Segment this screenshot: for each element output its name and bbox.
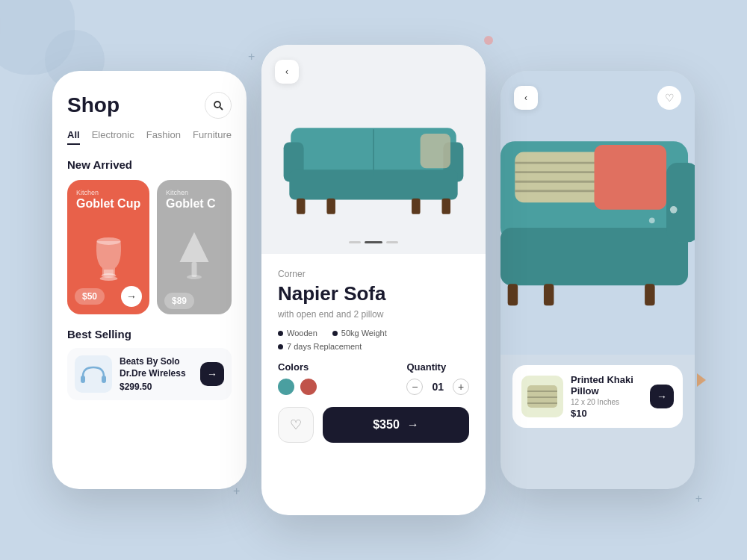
- svg-rect-10: [102, 376, 106, 383]
- svg-rect-30: [508, 284, 518, 305]
- goblet-image: [86, 225, 131, 284]
- svg-point-33: [670, 206, 678, 214]
- card1-arrow-btn[interactable]: →: [121, 286, 142, 307]
- card2-price: $89: [164, 293, 194, 309]
- p2-product-name: Napier Sofa: [278, 282, 469, 305]
- card1-name: Goblet Cup: [76, 196, 140, 211]
- search-button[interactable]: [205, 92, 232, 119]
- best-selling-item[interactable]: Beats By Solo Dr.Dre Wireless $299.50 →: [67, 348, 232, 400]
- p2-subtitle: Corner: [278, 269, 469, 279]
- qty-plus-btn[interactable]: +: [453, 379, 469, 395]
- phones-wrapper: Shop All Electronic Fashion Furniture Ne…: [0, 0, 747, 560]
- feature-wooden: Wooden: [278, 329, 317, 337]
- svg-rect-31: [544, 284, 554, 305]
- p1-tabs: All Electronic Fashion Furniture: [67, 129, 232, 145]
- card1-category: Kitchen: [76, 189, 99, 196]
- best-item-price: $299.50: [120, 382, 193, 392]
- lamp-image: [174, 228, 215, 284]
- best-item-name: Beats By Solo Dr.Dre Wireless: [120, 356, 193, 379]
- p3-favorite-button[interactable]: ♡: [657, 86, 681, 110]
- p3-image-area: ‹ ♡: [500, 71, 695, 355]
- product-card-goblet[interactable]: Kitchen Goblet Cup $50 →: [67, 180, 149, 314]
- best-selling-title: Best Selling: [67, 328, 232, 340]
- pillow-card[interactable]: Printed Khaki Pillow 12 x 20 Inches $10 …: [512, 365, 683, 428]
- svg-point-8: [187, 275, 202, 279]
- p1-header: Shop: [67, 92, 232, 119]
- p2-buy-price: $350: [373, 418, 400, 432]
- p3-content: Printed Khaki Pillow 12 x 20 Inches $10 …: [500, 355, 695, 440]
- pillow-arrow-btn[interactable]: →: [650, 385, 674, 408]
- svg-rect-22: [500, 228, 688, 285]
- p2-description: with open end and 2 pillow: [278, 309, 469, 320]
- color-options: [278, 379, 317, 395]
- p2-buy-arrow: →: [407, 418, 419, 432]
- product-card-lamp[interactable]: Kitchen Goblet C $89: [157, 180, 232, 314]
- deco-plus-1: +: [248, 51, 255, 63]
- svg-rect-19: [441, 199, 450, 214]
- color-teal[interactable]: [278, 379, 294, 395]
- card1-footer: $50 →: [75, 286, 142, 307]
- svg-rect-32: [645, 284, 655, 305]
- card2-category: Kitchen: [166, 189, 188, 196]
- svg-point-34: [649, 217, 655, 223]
- dot-2: [365, 241, 382, 243]
- phone-1: Shop All Electronic Fashion Furniture Ne…: [52, 71, 247, 489]
- p2-buy-button[interactable]: $350 →: [323, 407, 469, 443]
- svg-marker-6: [180, 232, 209, 262]
- headphone-image: [75, 355, 112, 393]
- feature-label-3: 7 days Replacement: [287, 342, 362, 351]
- pillow-name: Printed Khaki Pillow: [571, 374, 642, 396]
- pillow-info: Printed Khaki Pillow 12 x 20 Inches $10: [571, 374, 642, 419]
- pillow-price: $10: [571, 408, 642, 419]
- pillow-image: [521, 376, 563, 417]
- card1-price: $50: [75, 288, 105, 305]
- tab-all[interactable]: All: [67, 129, 80, 145]
- p3-back-button[interactable]: ‹: [514, 86, 538, 110]
- tab-fashion[interactable]: Fashion: [146, 129, 181, 145]
- deco-circle-1: [484, 36, 493, 45]
- feature-label-2: 50kg Weight: [341, 329, 387, 337]
- new-arrived-cards: Kitchen Goblet Cup $50 →: [67, 180, 232, 314]
- card2-price-area: $89: [164, 293, 194, 307]
- p2-favorite-button[interactable]: ♡: [278, 407, 314, 443]
- dot-3: [386, 241, 398, 243]
- deco-triangle: [697, 373, 706, 387]
- feature-dot-3: [278, 344, 283, 349]
- deco-plus-4: +: [233, 485, 240, 497]
- feature-weight: 50kg Weight: [332, 329, 387, 337]
- quantity-label: Quantity: [406, 361, 469, 373]
- new-arrived-title: New Arrived: [67, 158, 232, 171]
- best-item-info: Beats By Solo Dr.Dre Wireless $299.50: [120, 356, 193, 392]
- quantity-section: Quantity − 01 +: [406, 361, 469, 395]
- sofa-image: [276, 75, 471, 224]
- svg-rect-9: [81, 376, 85, 383]
- svg-rect-20: [421, 134, 450, 168]
- p2-action-row: ♡ $350 →: [278, 407, 469, 443]
- feature-dot-1: [278, 331, 283, 336]
- feature-dot-2: [332, 331, 338, 336]
- p2-features: Wooden 50kg Weight 7 days Replacement: [278, 329, 469, 351]
- svg-rect-23: [666, 163, 695, 242]
- shop-title: Shop: [67, 93, 120, 117]
- feature-label-1: Wooden: [287, 329, 317, 337]
- p2-content: Corner Napier Sofa with open end and 2 p…: [261, 254, 486, 456]
- svg-point-5: [99, 276, 117, 281]
- svg-rect-29: [595, 145, 667, 210]
- card2-name: Goblet C: [166, 196, 216, 211]
- phone-2: ‹: [261, 45, 486, 515]
- pillow-size: 12 x 20 Inches: [571, 398, 642, 406]
- tab-furniture[interactable]: Furniture: [193, 129, 232, 145]
- svg-rect-16: [297, 199, 306, 214]
- feature-replacement: 7 days Replacement: [278, 342, 362, 351]
- tab-electronic[interactable]: Electronic: [92, 129, 134, 145]
- qty-minus-btn[interactable]: −: [406, 379, 423, 395]
- p2-back-button[interactable]: ‹: [275, 60, 299, 84]
- best-item-arrow-btn[interactable]: →: [200, 362, 224, 386]
- color-red[interactable]: [300, 379, 317, 395]
- svg-rect-17: [326, 199, 335, 214]
- colors-section: Colors: [278, 361, 317, 395]
- p2-image-area: ‹: [261, 45, 486, 254]
- svg-line-1: [220, 108, 223, 111]
- svg-rect-4: [104, 270, 114, 276]
- colors-label: Colors: [278, 361, 317, 373]
